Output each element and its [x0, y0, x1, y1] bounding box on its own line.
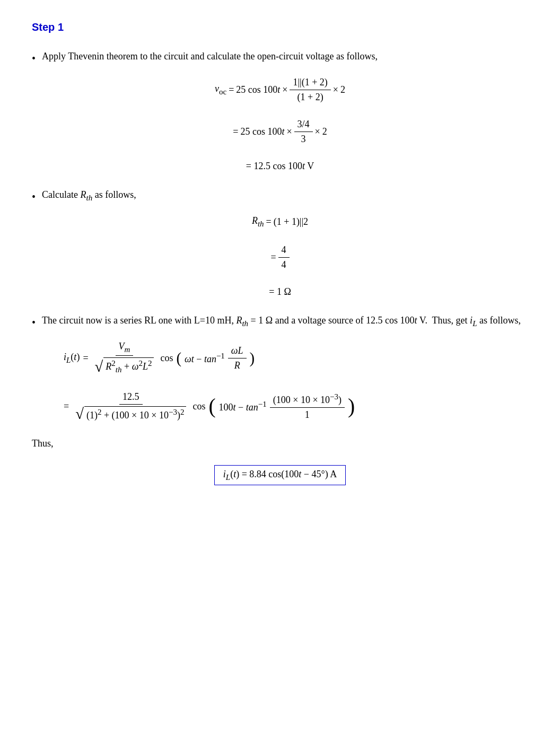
- bullet-1-text: Apply Thevenin theorem to the circuit an…: [42, 49, 528, 64]
- equation-rth-3: = 1 Ω: [32, 286, 528, 298]
- final-result-box: iL(t) = 8.84 cos(100t − 45°) A: [214, 465, 346, 486]
- bullet-3-text: The circuit now is a series RL one with …: [42, 313, 528, 329]
- bullet-2-dot: •: [32, 189, 36, 205]
- equation-rth-2: = 4 4: [32, 244, 528, 270]
- bullet-2-text: Calculate Rth as follows,: [42, 188, 528, 204]
- equation-il-general: iL(t) = Vm √ R2th + ω2L2 cos ( ωt − tan−…: [64, 341, 528, 422]
- equation-rth-1: Rth = (1 + 1)||2: [32, 215, 528, 229]
- equation-1: voc = 25 cos 100t × 1||(1 + 2) (1 + 2) ×…: [32, 77, 528, 103]
- equation-2: = 25 cos 100t × 3/4 3 × 2: [32, 119, 528, 145]
- bullet-1-dot: •: [32, 50, 36, 66]
- thus-text: Thus,: [32, 438, 528, 449]
- bullet-3-dot: •: [32, 314, 36, 330]
- step-heading: Step 1: [32, 21, 528, 33]
- equation-3: = 12.5 cos 100t V: [32, 161, 528, 172]
